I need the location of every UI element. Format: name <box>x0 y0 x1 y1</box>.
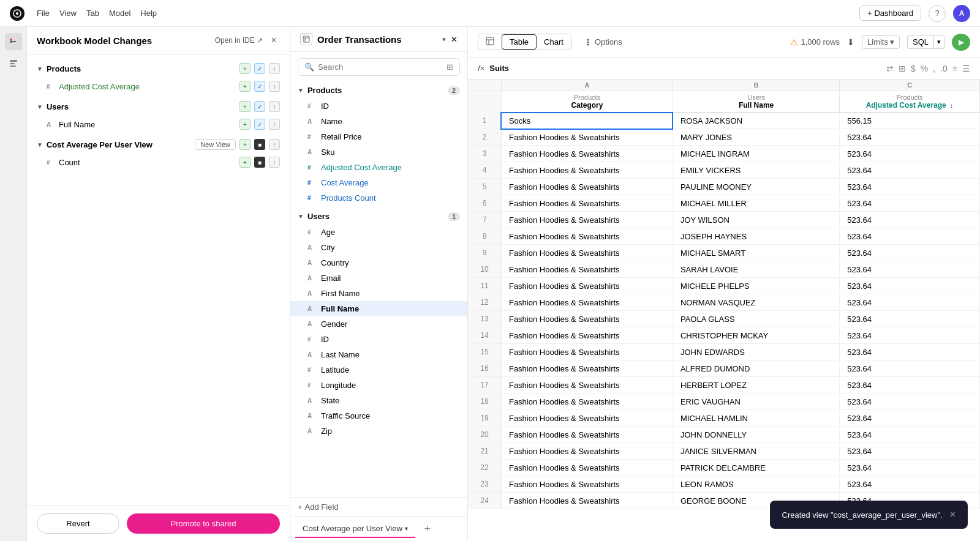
field-item-zip[interactable]: A Zip <box>290 423 467 439</box>
cell-adjusted[interactable]: 523.64 <box>840 212 980 228</box>
table-row[interactable]: 6 Fashion Hoodies & Sweatshirts MICHAEL … <box>468 195 980 212</box>
cell-fullname[interactable]: EMILY VICKERS <box>673 162 839 179</box>
field-item-fullname[interactable]: A Full Name <box>290 301 467 316</box>
field-item[interactable]: # Retail Price <box>290 129 467 144</box>
cell-category[interactable]: Socks <box>501 113 673 129</box>
cell-fullname[interactable]: JOY WILSON <box>673 212 839 228</box>
add-dashboard-button[interactable]: + Dashboard <box>859 6 921 21</box>
cell-adjusted[interactable]: 523.64 <box>840 344 980 360</box>
table-row[interactable]: 3 Fashion Hoodies & Sweatshirts MICHAEL … <box>468 146 980 162</box>
cell-adjusted[interactable]: 523.64 <box>840 360 980 377</box>
field-item-longitude[interactable]: # Longitude <box>290 378 467 393</box>
cell-adjusted[interactable]: 523.64 <box>840 394 980 410</box>
col-header-fullname[interactable]: Users Full Name <box>673 91 839 113</box>
cell-adjusted[interactable]: 523.64 <box>840 311 980 327</box>
field-group-products-header[interactable]: ▼ Products 2 <box>290 82 467 99</box>
dropdown-icon[interactable]: ▾ <box>442 35 446 43</box>
run-button[interactable]: ▶ <box>952 34 970 51</box>
field-item-age[interactable]: # Age <box>290 225 467 240</box>
nav-file[interactable]: File <box>37 9 50 18</box>
sql-dropdown-button[interactable]: ▾ <box>934 35 944 49</box>
format-icon-1[interactable]: ⇄ <box>886 64 894 73</box>
field-item-city[interactable]: A City <box>290 240 467 255</box>
revert-button[interactable]: Revert <box>37 513 119 534</box>
panel-close-icon[interactable]: ✕ <box>451 35 458 44</box>
cell-adjusted[interactable]: 523.64 <box>840 162 980 179</box>
cell-adjusted[interactable]: 523.64 <box>840 245 980 261</box>
cell-adjusted[interactable]: 523.64 <box>840 443 980 460</box>
table-row[interactable]: 23 Fashion Hoodies & Sweatshirts LEON RA… <box>468 476 980 493</box>
cell-category[interactable]: Fashion Hoodies & Sweatshirts <box>501 493 673 509</box>
cell-adjusted[interactable]: 523.64 <box>840 410 980 427</box>
table-row[interactable]: 7 Fashion Hoodies & Sweatshirts JOY WILS… <box>468 212 980 228</box>
format-icon-dollar[interactable]: $ <box>911 64 916 73</box>
upload-icon[interactable]: ↑ <box>269 63 280 74</box>
nav-model[interactable]: Model <box>109 9 130 18</box>
upload-icon[interactable]: ↑ <box>269 101 280 112</box>
nav-tab[interactable]: Tab <box>86 9 99 18</box>
sidebar-other-icon[interactable] <box>5 55 22 72</box>
cell-fullname[interactable]: CHRISTOPHER MCKAY <box>673 327 839 344</box>
table-view-icon[interactable] <box>478 34 502 50</box>
options-button[interactable]: Options <box>579 35 627 49</box>
field-item-state[interactable]: A State <box>290 393 467 408</box>
cell-fullname[interactable]: JANICE SILVERMAN <box>673 443 839 460</box>
table-row[interactable]: 11 Fashion Hoodies & Sweatshirts MICHELE… <box>468 278 980 294</box>
field-item-email[interactable]: A Email <box>290 270 467 286</box>
limits-button[interactable]: Limits ▾ <box>862 35 900 49</box>
sql-button[interactable]: SQL <box>907 35 934 49</box>
cell-category[interactable]: Fashion Hoodies & Sweatshirts <box>501 245 673 261</box>
tab-cost-avg[interactable]: Cost Average per User View ▾ <box>295 520 415 538</box>
field-item-adjusted-cost[interactable]: # Adjusted Cost Average <box>290 160 467 175</box>
wb-section-cost-avg-header[interactable]: ▼ Cost Average Per User View New View + … <box>27 135 290 154</box>
table-view-button[interactable]: Table <box>502 34 537 50</box>
nav-help[interactable]: Help <box>140 9 157 18</box>
table-row[interactable]: 17 Fashion Hoodies & Sweatshirts HERBERT… <box>468 377 980 394</box>
field-item-latitude[interactable]: # Latitude <box>290 362 467 378</box>
cell-adjusted[interactable]: 556.15 <box>840 113 980 129</box>
cell-adjusted[interactable]: 523.64 <box>840 460 980 476</box>
field-upload-icon[interactable]: ↑ <box>269 81 280 92</box>
format-icon-cond[interactable]: ☰ <box>962 64 970 73</box>
table-row[interactable]: 14 Fashion Hoodies & Sweatshirts CHRISTO… <box>468 327 980 344</box>
cell-fullname[interactable]: ALFRED DUMOND <box>673 360 839 377</box>
col-header-adjusted[interactable]: Products Adjusted Cost Average ↓ <box>840 91 980 113</box>
cell-fullname[interactable]: MICHAEL HAMLIN <box>673 410 839 427</box>
field-group-users-header[interactable]: ▼ Users 1 <box>290 208 467 225</box>
table-row[interactable]: 4 Fashion Hoodies & Sweatshirts EMILY VI… <box>468 162 980 179</box>
cell-category[interactable]: Fashion Hoodies & Sweatshirts <box>501 278 673 294</box>
help-button[interactable]: ? <box>929 5 946 22</box>
cell-category[interactable]: Fashion Hoodies & Sweatshirts <box>501 261 673 278</box>
promote-button[interactable]: Promote to shared <box>127 513 280 534</box>
cell-category[interactable]: Fashion Hoodies & Sweatshirts <box>501 394 673 410</box>
cell-adjusted[interactable]: 523.64 <box>840 278 980 294</box>
cell-fullname[interactable]: JOSEPH HAYNES <box>673 228 839 245</box>
cell-category[interactable]: Fashion Hoodies & Sweatshirts <box>501 195 673 212</box>
cell-category[interactable]: Fashion Hoodies & Sweatshirts <box>501 228 673 245</box>
field-item-cost-avg[interactable]: # Cost Average <box>290 175 467 190</box>
field-add-icon[interactable]: + <box>239 81 251 92</box>
cell-fullname[interactable]: JOHN EDWARDS <box>673 344 839 360</box>
upload-icon[interactable]: ↑ <box>269 139 280 150</box>
add-field-icon[interactable]: + <box>239 63 251 74</box>
table-row[interactable]: 21 Fashion Hoodies & Sweatshirts JANICE … <box>468 443 980 460</box>
cell-category[interactable]: Fashion Hoodies & Sweatshirts <box>501 460 673 476</box>
table-row[interactable]: 10 Fashion Hoodies & Sweatshirts SARAH L… <box>468 261 980 278</box>
table-row[interactable]: 15 Fashion Hoodies & Sweatshirts JOHN ED… <box>468 344 980 360</box>
table-row[interactable]: 13 Fashion Hoodies & Sweatshirts PAOLA G… <box>468 311 980 327</box>
field-item-country[interactable]: A Country <box>290 255 467 270</box>
toast-close-button[interactable]: × <box>950 509 956 520</box>
add-field-icon[interactable]: + <box>239 101 251 112</box>
cell-category[interactable]: Fashion Hoodies & Sweatshirts <box>501 146 673 162</box>
table-row[interactable]: 20 Fashion Hoodies & Sweatshirts JOHN DO… <box>468 427 980 443</box>
check-icon[interactable]: ■ <box>254 139 265 150</box>
table-row[interactable]: 16 Fashion Hoodies & Sweatshirts ALFRED … <box>468 360 980 377</box>
search-input[interactable] <box>318 62 443 72</box>
field-item[interactable]: A Sku <box>290 144 467 160</box>
chart-view-button[interactable]: Chart <box>537 34 571 50</box>
check-icon[interactable]: ✓ <box>254 101 265 112</box>
format-icon-dec[interactable]: .0 <box>940 64 948 73</box>
wb-section-users-header[interactable]: ▼ Users + ✓ ↑ <box>27 97 290 116</box>
format-icon-2[interactable]: ⊞ <box>899 64 906 73</box>
cell-adjusted[interactable]: 523.64 <box>840 476 980 493</box>
